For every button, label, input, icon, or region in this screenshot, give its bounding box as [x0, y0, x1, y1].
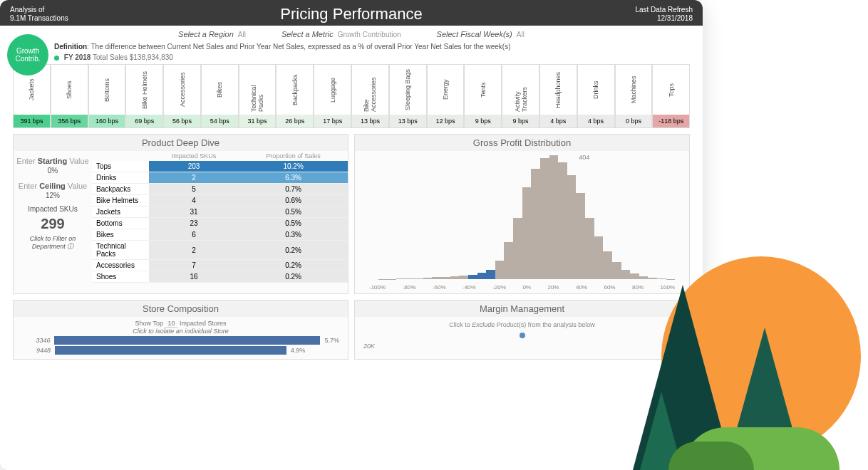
show-top-input[interactable]: 10 [165, 320, 177, 328]
category-label: Bike Accessories [363, 65, 377, 115]
category-value: 4 bps [540, 115, 577, 127]
category-label: Luggage [329, 65, 336, 115]
margin-scatter-point[interactable] [520, 333, 525, 338]
axis-tick: 80% [632, 284, 644, 291]
store-bar-row[interactable]: 94484.9% [22, 346, 339, 355]
histogram-bar [522, 187, 532, 279]
row-name: Technical Packs [92, 241, 149, 260]
histogram-bar [549, 155, 559, 279]
category-value: 13 bps [352, 115, 388, 127]
product-deep-dive-panel: Product Deep Dive Enter Starting Value 0… [13, 134, 348, 294]
starting-value-label[interactable]: Enter Starting Value [16, 157, 89, 165]
category-label: Drinks [592, 65, 599, 115]
category-cell[interactable]: Drinks4 bps [577, 64, 615, 128]
ceiling-value-label[interactable]: Enter Ceiling Value [16, 182, 89, 190]
category-cell[interactable]: Bike Helmets69 bps [125, 64, 163, 128]
tree-icon [725, 328, 804, 470]
store-subheader: Show Top 10 Impacted Stores [22, 320, 339, 328]
page-title: Pricing Performance [280, 5, 422, 24]
table-row[interactable]: Bottoms230.5% [92, 218, 348, 229]
store-bar-row[interactable]: 33465.7% [22, 336, 339, 345]
histogram-bar [567, 175, 577, 279]
margin-title: Margin Management [355, 301, 689, 317]
category-cell[interactable]: Bike Accessories13 bps [351, 64, 389, 128]
histogram-bar [540, 158, 549, 279]
category-cell[interactable]: Shoes356 bps [51, 64, 88, 128]
deep-dive-table: Impacted SKUsProportion of Sales Tops203… [92, 151, 348, 283]
category-cell[interactable]: Technical Packs31 bps [239, 64, 277, 128]
category-cell[interactable]: Energy12 bps [427, 64, 465, 128]
impacted-skus-value: 299 [16, 216, 89, 232]
category-value: 26 bps [277, 115, 313, 127]
category-value: 13 bps [390, 115, 426, 127]
header-left: Analysis of 9.1M Transactions [10, 6, 68, 23]
row-proportion: 10.2% [239, 161, 348, 172]
category-cell[interactable]: Bottoms160 bps [88, 64, 126, 128]
axis-tick: 60% [604, 284, 615, 291]
category-cell[interactable]: Machines0 bps [615, 64, 653, 128]
weeks-selector[interactable]: Select Fiscal Week(s)All [437, 30, 525, 38]
gross-profit-panel: Gross Profit Distribution 404 -100%-80%-… [354, 134, 690, 294]
category-value: 391 bps [14, 115, 50, 127]
category-label: Tops [668, 65, 675, 115]
category-value: 160 bps [89, 115, 125, 127]
analysis-label: Analysis of [10, 6, 68, 14]
histogram-bar [612, 262, 621, 279]
histogram-bar [423, 278, 433, 279]
table-row[interactable]: Shoes160.2% [92, 271, 348, 283]
refresh-value: 12/31/2018 [635, 14, 693, 23]
axis-tick: 40% [576, 284, 587, 291]
table-row[interactable]: Drinks26.3% [92, 172, 348, 184]
col-impacted: Impacted SKUs [149, 151, 239, 161]
row-name: Bike Helmets [92, 195, 149, 207]
histogram-bar [558, 162, 567, 279]
region-selector[interactable]: Select a RegionAll [178, 30, 246, 38]
table-row[interactable]: Technical Packs20.2% [92, 241, 348, 260]
axis-tick: 0% [522, 284, 531, 291]
histogram-bar [414, 278, 423, 279]
starting-value: 0% [16, 167, 89, 174]
table-row[interactable]: Backpacks50.7% [92, 184, 348, 195]
row-name: Backpacks [92, 184, 149, 195]
bush-icon [683, 427, 839, 470]
category-cell[interactable]: Tents9 bps [464, 64, 502, 128]
category-label: Tents [480, 65, 487, 115]
category-value: 9 bps [502, 115, 539, 127]
category-label: Sleeping Bags [404, 65, 411, 115]
store-hint: Click to isolate an individual Store [22, 328, 339, 335]
metric-selector[interactable]: Select a MetricGrowth Contribution [281, 30, 401, 38]
gross-profit-histogram[interactable]: 404 -100%-80%-60%-40%-20%0%20%40%60%80%1… [355, 151, 689, 293]
store-composition-panel: Store Composition Show Top 10 Impacted S… [13, 300, 348, 360]
category-cell[interactable]: Tops-118 bps [652, 64, 690, 128]
category-cell[interactable]: Bikes54 bps [201, 64, 239, 128]
table-row[interactable]: Jackets310.5% [92, 207, 348, 218]
row-proportion: 0.5% [239, 207, 348, 218]
header-bar: Analysis of 9.1M Transactions Pricing Pe… [0, 0, 703, 26]
category-label: Backpacks [291, 65, 299, 115]
category-value: 9 bps [465, 115, 501, 127]
growth-contrib-badge[interactable]: Growth Contrib. [7, 34, 48, 75]
store-bar [54, 336, 320, 345]
table-row[interactable]: Accessories70.2% [92, 260, 348, 271]
row-proportion: 0.2% [239, 260, 348, 271]
row-impacted: 31 [149, 207, 239, 218]
category-cell[interactable]: Headphones4 bps [539, 64, 577, 128]
axis-tick: -100% [369, 284, 386, 291]
category-cell[interactable]: Luggage17 bps [314, 64, 351, 128]
histogram-bar [486, 270, 495, 279]
table-row[interactable]: Tops20310.2% [92, 161, 348, 172]
category-cell[interactable]: Activity Trackers9 bps [502, 64, 539, 128]
row-impacted: 203 [149, 161, 239, 172]
table-row[interactable]: Bike Helmets40.6% [92, 195, 348, 207]
store-id: 3346 [22, 337, 50, 344]
table-row[interactable]: Bikes60.3% [92, 229, 348, 241]
category-cell[interactable]: Backpacks26 bps [276, 64, 314, 128]
category-label: Headphones [554, 65, 562, 115]
refresh-label: Last Data Refresh [635, 6, 693, 14]
row-impacted: 5 [149, 184, 239, 195]
histogram-bar [450, 276, 460, 279]
category-cell[interactable]: Sleeping Bags13 bps [389, 64, 427, 128]
row-impacted: 2 [149, 241, 239, 260]
dashboard: Analysis of 9.1M Transactions Pricing Pe… [0, 0, 703, 470]
category-cell[interactable]: Accessories56 bps [163, 64, 201, 128]
